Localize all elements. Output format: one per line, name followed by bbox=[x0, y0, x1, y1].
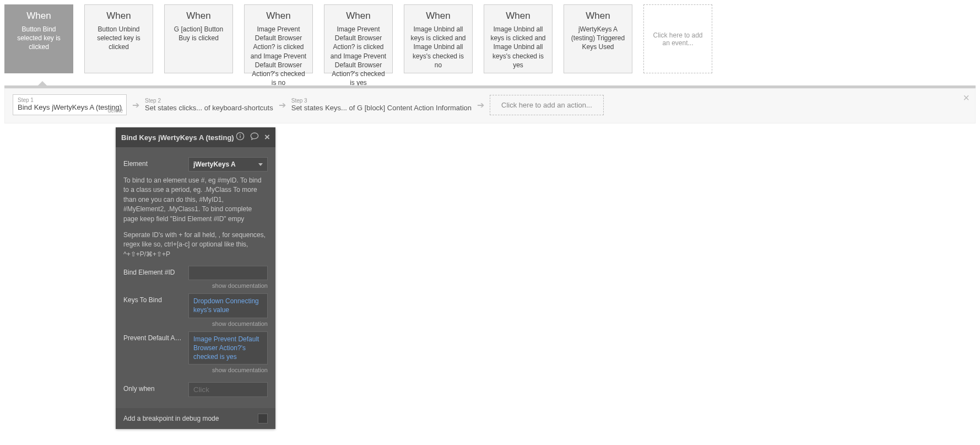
when-label: When bbox=[26, 10, 51, 22]
when-label: When bbox=[266, 10, 290, 22]
event-card[interactable]: When Image Prevent Default Browser Actio… bbox=[324, 4, 393, 73]
step-title: Set states Keys... of G [block] Content … bbox=[291, 104, 472, 112]
event-desc: jWertyKeys A (testing) Triggered Keys Us… bbox=[568, 25, 627, 52]
add-event-label: Click here to add an event... bbox=[649, 31, 706, 47]
when-label: When bbox=[426, 10, 450, 22]
when-label: When bbox=[506, 10, 530, 22]
event-desc: Button Bind selected key is clicked bbox=[9, 25, 68, 52]
event-desc: Button Unbind selected key is clicked bbox=[89, 25, 148, 52]
step-number: Step 2 bbox=[145, 98, 273, 104]
event-card[interactable]: When jWertyKeys A (testing) Triggered Ke… bbox=[564, 4, 632, 73]
step-title: Set states clicks... of keyboard-shortcu… bbox=[145, 104, 273, 112]
panel-header[interactable]: Bind Keys jWertyKeys A (testing) × bbox=[116, 127, 275, 128]
event-card[interactable]: When Button Unbind selected key is click… bbox=[84, 4, 153, 73]
when-label: When bbox=[586, 10, 610, 22]
arrow-right-icon: ➔ bbox=[477, 100, 484, 110]
event-card[interactable]: When Image Unbind all keys is clicked an… bbox=[404, 4, 473, 73]
event-desc: Image Prevent Default Browser Action? is… bbox=[249, 25, 308, 87]
when-label: When bbox=[186, 10, 210, 22]
add-action-button[interactable]: Click here to add an action... bbox=[490, 95, 604, 115]
event-card[interactable]: When G [action] Button Buy is clicked bbox=[164, 4, 233, 73]
arrow-right-icon: ➔ bbox=[279, 100, 286, 110]
when-label: When bbox=[346, 10, 370, 22]
events-row: When Button Bind selected key is clicked… bbox=[4, 4, 976, 79]
action-property-panel: Bind Keys jWertyKeys A (testing) × Eleme… bbox=[116, 127, 275, 128]
event-desc: Image Prevent Default Browser Action? is… bbox=[329, 25, 388, 87]
event-desc: Image Unbind all keys is clicked and Ima… bbox=[409, 25, 468, 69]
step-title: Bind Keys jWertyKeys A (testing) bbox=[18, 103, 122, 111]
steps-row: Step 1 Bind Keys jWertyKeys A (testing) … bbox=[13, 94, 967, 115]
step-card[interactable]: Step 2 Set states clicks... of keyboard-… bbox=[145, 98, 273, 112]
delete-step-button[interactable]: delete bbox=[108, 108, 123, 114]
event-desc: G [action] Button Buy is clicked bbox=[169, 25, 228, 42]
step-number: Step 1 bbox=[18, 97, 122, 103]
step-card[interactable]: Step 1 Bind Keys jWertyKeys A (testing) … bbox=[13, 94, 127, 115]
when-label: When bbox=[106, 10, 131, 22]
step-number: Step 3 bbox=[291, 98, 472, 104]
steps-area: × Step 1 Bind Keys jWertyKeys A (testing… bbox=[4, 88, 976, 124]
arrow-right-icon: ➔ bbox=[132, 100, 139, 110]
close-icon[interactable]: × bbox=[963, 92, 970, 103]
event-card[interactable]: When Button Bind selected key is clicked bbox=[4, 4, 73, 73]
step-card[interactable]: Step 3 Set states Keys... of G [block] C… bbox=[291, 98, 472, 112]
event-card[interactable]: When Image Unbind all keys is clicked an… bbox=[484, 4, 553, 73]
event-desc: Image Unbind all keys is clicked and Ima… bbox=[489, 25, 548, 69]
add-event-button[interactable]: Click here to add an event... bbox=[643, 4, 712, 73]
add-action-label: Click here to add an action... bbox=[501, 101, 592, 109]
event-card[interactable]: When Image Prevent Default Browser Actio… bbox=[244, 4, 313, 73]
